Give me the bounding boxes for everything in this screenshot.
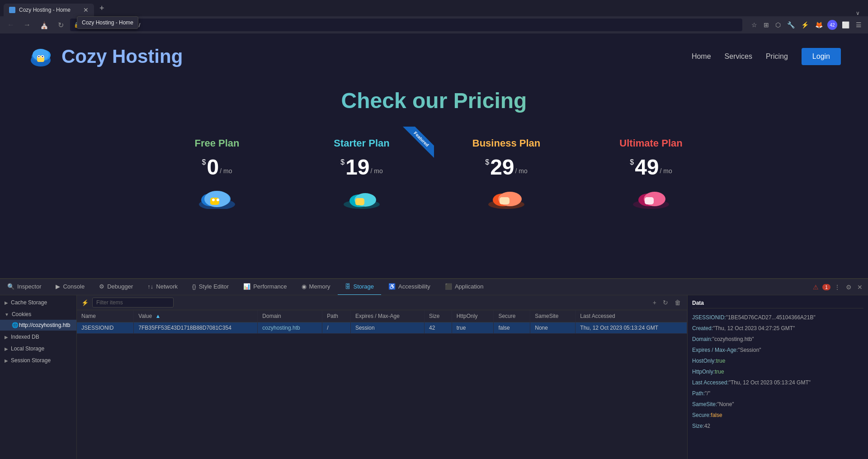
cache-arrow: ▶ bbox=[5, 300, 8, 305]
extension4-icon[interactable]: ⚡ bbox=[799, 19, 811, 30]
extension5-icon[interactable]: 🦊 bbox=[813, 19, 825, 30]
detail-last-accessed: Last Accessed:"Thu, 12 Oct 2023 05:13:24… bbox=[692, 377, 863, 388]
style-editor-label: Style Editor bbox=[199, 283, 229, 290]
active-tab[interactable]: Cozy Hosting - Home ✕ bbox=[4, 4, 94, 16]
console-label: Console bbox=[63, 283, 85, 290]
toolbar-icons: ☆ ⊞ ⬡ 🔧 ⚡ 🦊 42 ⬜ ☰ bbox=[750, 19, 863, 30]
bookmark-icon[interactable]: ☆ bbox=[750, 19, 759, 30]
memory-icon: ◉ bbox=[302, 283, 307, 290]
cache-storage-item[interactable]: ▶ Cache Storage bbox=[0, 297, 76, 308]
devtools-main: ⚡ + ↻ 🗑 Name Value ▲ Domain Pat bbox=[77, 295, 687, 459]
application-icon: ⬛ bbox=[445, 283, 452, 290]
site-header: Cozy Hosting Home Services Pricing Login bbox=[0, 34, 868, 79]
login-button[interactable]: Login bbox=[802, 48, 841, 65]
free-plan-card: Free Plan $ 0 / mo bbox=[145, 127, 289, 220]
nav-services[interactable]: Services bbox=[725, 52, 752, 61]
accessibility-icon: ♿ bbox=[388, 283, 396, 290]
delete-cookie-button[interactable]: 🗑 bbox=[673, 297, 683, 308]
devtools-tab-accessibility[interactable]: ♿ Accessibility bbox=[381, 279, 438, 295]
ultimate-plan-name: Ultimate Plan bbox=[588, 137, 714, 149]
devtools-tab-performance[interactable]: 📊 Performance bbox=[236, 279, 294, 295]
svg-point-14 bbox=[212, 199, 215, 201]
error-icon: ⚠ bbox=[813, 284, 819, 291]
extension1-icon[interactable]: ⊞ bbox=[762, 19, 771, 30]
detail-path: Path:"/" bbox=[692, 388, 863, 399]
browser-chrome: Cozy Hosting - Home ✕ + ∨ Cozy Hosting -… bbox=[0, 0, 868, 34]
business-period: / mo bbox=[515, 167, 528, 178]
detail-key-hostonly: HostOnly: bbox=[692, 358, 716, 364]
profile-icon[interactable]: 42 bbox=[827, 20, 837, 30]
svg-rect-23 bbox=[500, 197, 509, 204]
devtools-tab-storage[interactable]: 🗄 Storage bbox=[338, 279, 382, 295]
address-bar[interactable]: 🔒 http://cozyhosting.htb/ bbox=[70, 19, 742, 31]
devtools-settings-button[interactable]: ⚙ bbox=[844, 282, 854, 293]
col-expires[interactable]: Expires / Max-Age bbox=[350, 310, 424, 322]
session-storage-item[interactable]: ▶ Session Storage bbox=[0, 355, 76, 366]
home-button[interactable]: ⛪ bbox=[37, 19, 52, 31]
add-cookie-button[interactable]: + bbox=[651, 297, 658, 308]
indexed-db-item[interactable]: ▶ Indexed DB bbox=[0, 331, 76, 342]
tab-list-chevron[interactable]: ∨ bbox=[856, 10, 864, 16]
col-samesite[interactable]: SameSite bbox=[530, 310, 576, 322]
refresh-cookies-button[interactable]: ↻ bbox=[661, 297, 670, 308]
nav-pricing[interactable]: Pricing bbox=[766, 52, 788, 61]
detail-val-secure: false bbox=[711, 412, 722, 418]
devtools-tab-application[interactable]: ⬛ Application bbox=[438, 279, 491, 295]
col-path[interactable]: Path bbox=[322, 310, 351, 322]
cookies-label: Cookies bbox=[12, 311, 31, 317]
devtools-tab-inspector[interactable]: 🔍 Inspector bbox=[0, 279, 48, 295]
col-httponly[interactable]: HttpOnly bbox=[452, 310, 494, 322]
nav-home[interactable]: Home bbox=[692, 52, 711, 61]
detail-secure: Secure:false bbox=[692, 410, 863, 421]
col-secure[interactable]: Secure bbox=[494, 310, 530, 322]
network-icon: ↑↓ bbox=[147, 283, 153, 290]
back-button[interactable]: ← bbox=[5, 19, 17, 31]
extension3-icon[interactable]: 🔧 bbox=[785, 19, 797, 30]
starter-period: / mo bbox=[371, 167, 383, 178]
col-last-accessed[interactable]: Last Accessed bbox=[576, 310, 687, 322]
forward-button[interactable]: → bbox=[21, 19, 33, 31]
detail-samesite: SameSite:"None" bbox=[692, 399, 863, 410]
devtools-tab-console[interactable]: ▶ Console bbox=[48, 279, 92, 295]
business-dollar: $ bbox=[485, 158, 489, 166]
menu-icon[interactable]: ☰ bbox=[854, 19, 863, 30]
cookie-path: / bbox=[322, 322, 351, 334]
filter-input[interactable] bbox=[92, 298, 174, 308]
extension2-icon[interactable]: ⬡ bbox=[774, 19, 783, 30]
detail-size: Size:42 bbox=[692, 421, 863, 431]
svg-rect-19 bbox=[355, 198, 364, 205]
local-storage-item[interactable]: ▶ Local Storage bbox=[0, 343, 76, 354]
col-domain[interactable]: Domain bbox=[258, 310, 322, 322]
cookie-samesite: None bbox=[530, 322, 576, 334]
devtools-tab-debugger[interactable]: ⚙ Debugger bbox=[92, 279, 140, 295]
filter-bar: ⚡ + ↻ 🗑 bbox=[77, 295, 687, 310]
storage-label: Storage bbox=[354, 283, 374, 290]
cookies-item[interactable]: ▼ Cookies bbox=[0, 309, 76, 320]
devtools-more-button[interactable]: ⋮ bbox=[832, 282, 842, 293]
devtools-close-button[interactable]: ✕ bbox=[855, 282, 864, 293]
new-tab-button[interactable]: + bbox=[96, 4, 108, 13]
detail-val-samesite: "None" bbox=[717, 401, 734, 407]
col-size[interactable]: Size bbox=[424, 310, 452, 322]
cookies-domain-item[interactable]: 🌐 http://cozyhosting.htb bbox=[0, 320, 76, 331]
cookie-httponly: true bbox=[452, 322, 494, 334]
col-value[interactable]: Value ▲ bbox=[134, 310, 258, 322]
debugger-icon: ⚙ bbox=[99, 283, 104, 290]
cookie-name: JSESSIONID bbox=[77, 322, 134, 334]
devtools-tab-network[interactable]: ↑↓ Network bbox=[140, 279, 185, 295]
table-row[interactable]: JSESSIONID 7FB35FF53E43D1718B88D7081C354… bbox=[77, 322, 687, 334]
svg-point-7 bbox=[38, 56, 40, 57]
col-name[interactable]: Name bbox=[77, 310, 134, 322]
business-plan-card: Business Plan $ 29 / mo bbox=[434, 127, 579, 220]
extensions-icon[interactable]: ⬜ bbox=[840, 19, 851, 30]
ultimate-plan-card: Ultimate Plan $ 49 / mo bbox=[579, 127, 723, 220]
detail-key-secure: Secure: bbox=[692, 412, 711, 418]
cookie-value: 7FB35FF53E43D1718B88D7081C354 bbox=[134, 322, 258, 334]
devtools-tab-memory[interactable]: ◉ Memory bbox=[294, 279, 338, 295]
detail-key-created: Created: bbox=[692, 325, 713, 331]
page-area: Cozy Hosting Home Services Pricing Login… bbox=[0, 34, 868, 278]
filter-icon: ⚡ bbox=[81, 299, 89, 306]
refresh-button[interactable]: ↻ bbox=[55, 19, 66, 31]
devtools-tab-style-editor[interactable]: {} Style Editor bbox=[185, 279, 236, 295]
tab-close-button[interactable]: ✕ bbox=[83, 6, 89, 14]
